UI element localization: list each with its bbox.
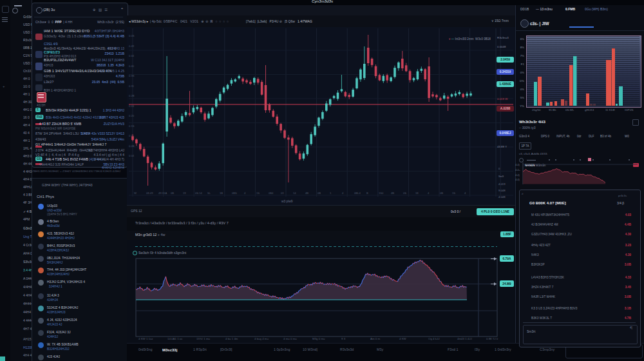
- svg-text:0.44: 0.44: [129, 54, 135, 57]
- svg-text:03: 03: [281, 191, 284, 195]
- svg-text:Og 4 kJJ: Og 4 kJJ: [428, 337, 439, 340]
- svg-text:14.0A1 1 xx: 14.0A1 1 xx: [167, 337, 183, 340]
- svg-text:M3g 0 mu: M3g 0 mu: [312, 337, 325, 340]
- svg-text:0S:14: 0S:14: [195, 191, 203, 195]
- svg-text:15%/ 1 mu: 15%/ 1 mu: [196, 337, 211, 340]
- svg-text:0.2B: 0.2B: [129, 94, 135, 97]
- svg-text:1: 1: [330, 191, 332, 195]
- svg-text:0.1S: 0.1S: [129, 124, 135, 128]
- svg-text:4 bug 4 mu: 4 bug 4 mu: [254, 337, 269, 340]
- svg-text:0.20: 0.20: [129, 114, 135, 117]
- svg-text:19: 19: [183, 191, 186, 195]
- svg-text:0.40: 0.40: [129, 64, 135, 68]
- svg-text:0.49: 0.49: [129, 44, 135, 48]
- svg-text:4 KW: 4 KW: [399, 337, 407, 340]
- svg-text:0.04: 0.04: [129, 154, 135, 157]
- svg-text:4B: 4B: [305, 191, 308, 195]
- svg-text:B: B: [366, 191, 368, 195]
- svg-text:0B: 0B: [440, 191, 443, 195]
- svg-text:14: 14: [293, 191, 296, 195]
- svg-text:4B: 4B: [391, 191, 394, 195]
- svg-text:4 KW 1 1xz: 4 KW 1 1xz: [138, 337, 153, 340]
- svg-text:SL: SL: [207, 191, 211, 195]
- svg-text:0BL4: 0BL4: [354, 191, 361, 195]
- svg-text:0.31: 0.31: [129, 84, 135, 88]
- svg-text:1S: 1S: [256, 191, 260, 195]
- svg-text:4: 4: [428, 191, 430, 195]
- svg-text:Am 0 m: Am 0 m: [370, 337, 380, 340]
- svg-text:0B: 0B: [171, 191, 174, 195]
- svg-text:0B4: 0B4: [269, 191, 274, 195]
- svg-text:4m43 1 4JJ: 4m43 1 4JJ: [457, 337, 472, 340]
- svg-text:0.88 TJ 0: 0.88 TJ 0: [486, 337, 498, 340]
- svg-text:4: 4: [464, 191, 466, 195]
- svg-text:9 3: 9 3: [341, 337, 346, 340]
- svg-text:49:31A: 49:31A: [158, 191, 167, 195]
- svg-text:4 mu 0 mu: 4 mu 0 mu: [283, 337, 297, 340]
- svg-text:18: 18: [415, 191, 419, 195]
- svg-text:08:49: 08:49: [146, 191, 153, 195]
- svg-text:0BS: 0BS: [232, 191, 237, 195]
- svg-text:W: W: [134, 191, 137, 195]
- svg-text:0S: 0S: [403, 191, 406, 195]
- svg-text:4: 4: [244, 191, 246, 195]
- svg-text:0.0S: 0.0S: [129, 34, 135, 37]
- svg-text:1B: 1B: [220, 191, 223, 195]
- svg-text:1S: 1S: [452, 191, 455, 195]
- svg-text:0.0B: 0.0B: [129, 144, 135, 148]
- svg-text:1S0: 1S0: [379, 191, 384, 195]
- svg-text:0.3S: 0.3S: [129, 74, 135, 77]
- svg-text:4 bu 1 4m: 4 bu 1 4m: [225, 337, 238, 340]
- svg-text:4: 4: [342, 191, 344, 195]
- svg-text:0B: 0B: [317, 191, 321, 195]
